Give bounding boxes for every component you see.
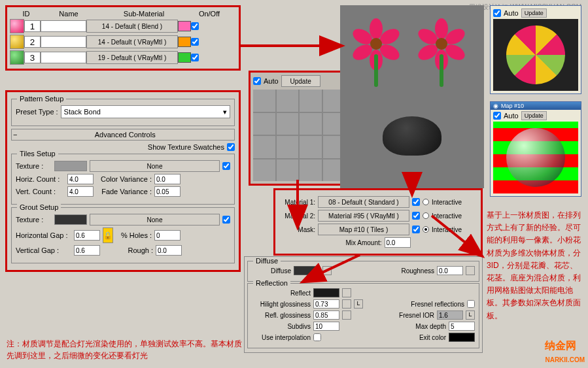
name-input-3[interactable] <box>41 52 86 63</box>
tiles-texture-label: Texture : <box>16 162 52 170</box>
mask-radio[interactable] <box>423 226 429 233</box>
subdivs-label: Subdivs <box>252 323 311 330</box>
submaterial-btn-1[interactable]: 14 - Default ( Blend ) <box>86 20 178 33</box>
onoff-check-2[interactable] <box>191 38 199 46</box>
ior-input[interactable] <box>437 310 463 320</box>
roughness-map-btn[interactable] <box>466 266 475 275</box>
preset-type-dropdown[interactable]: Stack Bond▾ <box>61 105 230 118</box>
mat-row-1: 14 - Default ( Blend ) <box>10 19 236 33</box>
ior-lock-btn[interactable]: L <box>466 310 475 320</box>
chevron-down-icon: ▾ <box>223 108 227 116</box>
refl-gloss-map-btn[interactable] <box>342 310 351 320</box>
swatch-yellow[interactable] <box>10 35 24 49</box>
color-chip-3[interactable] <box>178 52 191 63</box>
sphere-preview-2: ◉Map #10 Auto Update <box>490 101 581 197</box>
hilight-lock-btn[interactable]: L <box>354 299 363 309</box>
advanced-controls-bar[interactable]: −Advanced Controls <box>11 129 235 141</box>
mat-row-2: 14 - Default ( VRayMtl ) <box>10 35 236 49</box>
mix-panel: Material 1: 08 - Default ( Standard ) In… <box>273 188 483 256</box>
interactive-label-3: Interactive <box>432 226 462 233</box>
interactive-label-2: Interactive <box>432 212 462 220</box>
tiles-texture-swatch[interactable] <box>54 161 87 171</box>
checker-sphere-icon <box>506 25 565 84</box>
reflect-color-well[interactable] <box>313 288 339 297</box>
submaterial-btn-3[interactable]: 19 - Default ( VRayMtl ) <box>86 51 178 64</box>
material2-radio[interactable] <box>423 212 429 219</box>
holes-label: % Holes : <box>116 231 152 239</box>
tiles-setup-title: Tiles Setup <box>17 150 58 158</box>
holes-input[interactable] <box>154 230 181 241</box>
roughness-input[interactable] <box>437 266 463 275</box>
submaterial-btn-2[interactable]: 14 - Default ( VRayMtl ) <box>86 35 178 48</box>
grout-texture-check[interactable] <box>222 216 230 224</box>
refl-gloss-input[interactable] <box>313 310 339 320</box>
mask-btn[interactable]: Map #10 ( Tiles ) <box>318 224 409 235</box>
horiz-gap-label: Horizontal Gap : <box>16 231 71 239</box>
use-interp-check[interactable] <box>313 333 321 341</box>
show-swatches-check[interactable] <box>227 143 235 151</box>
sphere2-auto-check[interactable] <box>493 112 501 120</box>
hilight-map-btn[interactable] <box>342 299 351 309</box>
sphere2-title: ◉Map #10 <box>491 102 581 110</box>
id-input-3[interactable] <box>24 52 41 63</box>
name-input-1[interactable] <box>41 20 86 32</box>
diffuse-map-btn[interactable] <box>322 266 332 275</box>
reflection-title: Reflection <box>253 279 290 287</box>
tile-preview-panel: Auto Update <box>249 71 347 186</box>
diffuse-color-well[interactable] <box>294 266 320 275</box>
tiles-texture-check[interactable] <box>222 162 230 170</box>
grout-texture-label: Texture : <box>16 216 52 224</box>
sphere1-auto-check[interactable] <box>493 9 501 17</box>
onoff-check-3[interactable] <box>191 54 199 61</box>
swatch-pink[interactable] <box>10 19 24 33</box>
id-input-2[interactable] <box>24 36 41 48</box>
depth-input[interactable] <box>449 322 475 331</box>
mask-check[interactable] <box>412 226 420 233</box>
sphere1-update-btn[interactable]: Update <box>521 8 547 18</box>
name-input-2[interactable] <box>41 36 86 48</box>
pattern-panel: Pattern Setup Preset Type : Stack Bond▾ … <box>5 90 241 272</box>
mix-amount-label: Mix Amount: <box>345 239 381 246</box>
grout-texture-swatch[interactable] <box>54 214 87 225</box>
show-swatches-label: Show Texture Swatches <box>148 143 224 151</box>
update-btn[interactable]: Update <box>281 75 320 87</box>
auto-check[interactable] <box>253 77 261 85</box>
reflection-group: Reflection Reflect Hilight glossiness L … <box>247 283 479 348</box>
id-input-1[interactable] <box>24 20 41 32</box>
material2-btn[interactable]: Material #95 ( VRayMtl ) <box>318 210 409 222</box>
dome-mesh <box>383 116 441 156</box>
vert-count-input[interactable] <box>67 186 94 197</box>
color-chip-2[interactable] <box>178 37 191 47</box>
rough-input[interactable] <box>156 245 182 256</box>
horiz-gap-input[interactable] <box>74 230 100 241</box>
vert-gap-input[interactable] <box>74 245 100 256</box>
material2-check[interactable] <box>412 212 420 220</box>
swatch-green[interactable] <box>10 50 24 65</box>
grout-texture-none-btn[interactable]: None <box>90 214 220 226</box>
material1-btn[interactable]: 08 - Default ( Standard ) <box>318 196 409 208</box>
horiz-count-input[interactable] <box>67 174 94 184</box>
sphere-preview-1: Auto Update <box>490 5 581 94</box>
onoff-check-1[interactable] <box>191 22 199 30</box>
sphere2-update-btn[interactable]: Update <box>521 111 547 120</box>
reflect-map-btn[interactable] <box>342 288 351 297</box>
pattern-setup-title: Pattern Setup <box>17 95 66 103</box>
tiles-texture-none-btn[interactable]: None <box>90 160 220 172</box>
reflect-label: Reflect <box>252 290 311 297</box>
color-variance-input[interactable] <box>154 174 181 184</box>
material1-check[interactable] <box>412 198 420 206</box>
fresnel-check[interactable] <box>467 300 475 308</box>
horiz-count-label: Horiz. Count : <box>16 175 65 183</box>
color-variance-label: Color Variance : <box>96 175 152 183</box>
mix-amount-input[interactable] <box>385 237 411 248</box>
material1-radio[interactable] <box>423 199 429 205</box>
fade-variance-input[interactable] <box>154 186 181 197</box>
mat-row-3: 19 - Default ( VRayMtl ) <box>10 50 236 65</box>
grout-setup-title: Grout Setup <box>17 203 61 211</box>
subdivs-input[interactable] <box>313 322 339 331</box>
vert-count-label: Vert. Count : <box>16 188 65 195</box>
lock-icon[interactable]: 🔒 <box>103 227 113 243</box>
color-chip-1[interactable] <box>178 21 191 31</box>
hilight-input[interactable] <box>313 299 339 309</box>
exit-color-well[interactable] <box>449 333 475 342</box>
